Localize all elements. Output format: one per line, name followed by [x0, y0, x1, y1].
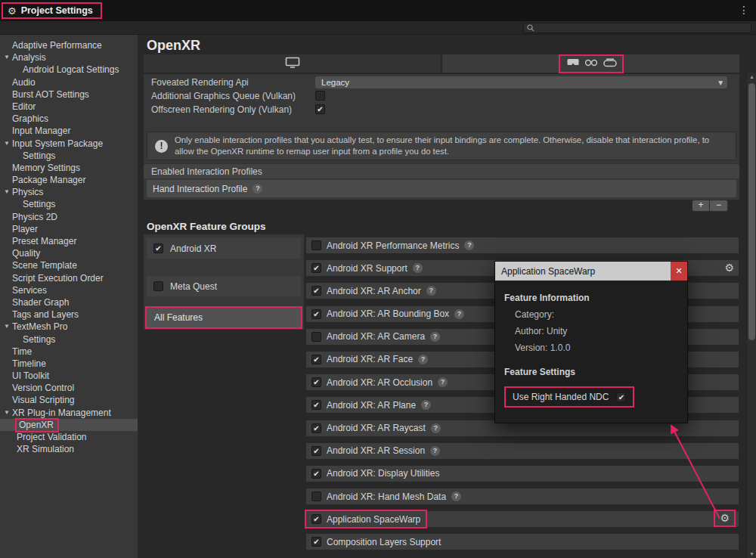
sidebar-item-xr-simulation[interactable]: XR Simulation: [0, 443, 138, 455]
help-icon[interactable]: [451, 491, 461, 501]
all-features-button[interactable]: All Features: [147, 308, 301, 327]
feature-row-android-xr-display-utilities[interactable]: Android XR: Display Utilities: [306, 466, 739, 482]
feature-gear-icon[interactable]: [724, 262, 734, 274]
feature-checkbox[interactable]: [311, 491, 321, 501]
popup-close-button[interactable]: ✕: [671, 262, 687, 281]
foldout-arrow-icon[interactable]: [4, 138, 10, 150]
help-icon[interactable]: [431, 423, 441, 433]
help-icon[interactable]: [430, 446, 440, 456]
feature-checkbox[interactable]: [311, 514, 321, 524]
sidebar-item-editor[interactable]: Editor: [0, 101, 138, 113]
foldout-arrow-icon[interactable]: [4, 186, 10, 198]
help-icon[interactable]: [464, 240, 474, 250]
sidebar-item-label: Memory Settings: [12, 163, 80, 173]
setting-checkbox[interactable]: [315, 104, 325, 114]
sidebar-item-android-logcat-settings[interactable]: Android Logcat Settings: [0, 64, 138, 76]
feature-checkbox[interactable]: [311, 537, 321, 547]
vertical-scrollbar[interactable]: [746, 73, 756, 558]
sidebar-item-script-execution-order[interactable]: Script Execution Order: [0, 272, 138, 284]
sidebar-item-memory-settings[interactable]: Memory Settings: [0, 162, 138, 174]
foldout-arrow-icon[interactable]: [4, 407, 10, 419]
foldout-arrow-icon[interactable]: [4, 321, 10, 333]
sidebar-item-project-validation[interactable]: Project Validation: [0, 431, 138, 443]
scrollbar-thumb[interactable]: [748, 83, 755, 340]
group-checkbox[interactable]: [153, 281, 163, 291]
help-icon[interactable]: [413, 263, 423, 273]
feature-checkbox[interactable]: [311, 469, 321, 479]
feature-checkbox[interactable]: [311, 286, 321, 296]
help-icon[interactable]: [454, 309, 464, 319]
sidebar-item-physics-2d[interactable]: Physics 2D: [0, 211, 138, 223]
sidebar-item-quality[interactable]: Quality: [0, 247, 138, 259]
feature-group-meta-quest[interactable]: Meta Quest: [147, 276, 301, 296]
use-right-handed-ndc-setting: Use Right Handed NDC: [504, 386, 634, 408]
help-icon[interactable]: [418, 355, 428, 364]
scroll-up-icon[interactable]: [747, 74, 756, 79]
feature-checkbox[interactable]: [311, 377, 321, 387]
dropdown-foveated-rendering-api[interactable]: Legacy: [315, 76, 727, 88]
monitor-icon: [285, 57, 300, 70]
group-checkbox[interactable]: [153, 243, 163, 253]
profile-row-hand-interaction[interactable]: Hand Interaction Profile: [147, 180, 736, 197]
sidebar-item-burst-aot-settings[interactable]: Burst AOT Settings: [0, 88, 138, 101]
sidebar-item-textmesh-pro[interactable]: TextMesh Pro: [0, 321, 138, 333]
search-input[interactable]: [537, 23, 751, 33]
feature-row-application-spacewarp[interactable]: Application SpaceWarp: [306, 511, 739, 527]
feature-checkbox[interactable]: [311, 423, 321, 433]
help-icon[interactable]: [438, 377, 448, 387]
help-icon[interactable]: [253, 184, 262, 194]
feature-checkbox[interactable]: [311, 263, 321, 273]
sidebar-item-settings[interactable]: Settings: [0, 333, 138, 346]
help-icon[interactable]: [426, 286, 436, 296]
sidebar-item-settings[interactable]: Settings: [0, 198, 138, 210]
search-field[interactable]: [523, 23, 751, 33]
sidebar-item-version-control[interactable]: Version Control: [0, 382, 138, 394]
sidebar-item-ui-toolkit[interactable]: UI Toolkit: [0, 370, 138, 382]
sidebar-item-analysis[interactable]: Analysis: [0, 51, 138, 64]
feature-checkbox[interactable]: [311, 332, 321, 342]
sidebar-item-openxr[interactable]: OpenXR: [0, 419, 138, 431]
foldout-arrow-icon[interactable]: [4, 51, 10, 64]
sidebar-item-package-manager[interactable]: Package Manager: [0, 174, 138, 186]
sidebar-item-scene-template[interactable]: Scene Template: [0, 259, 138, 271]
kebab-menu-icon[interactable]: ⋮: [739, 4, 749, 16]
feature-checkbox[interactable]: [311, 446, 321, 456]
feature-checkbox[interactable]: [311, 400, 321, 410]
sidebar-item-audio[interactable]: Audio: [0, 76, 138, 88]
sidebar-item-shader-graph[interactable]: Shader Graph: [0, 296, 138, 308]
sidebar-item-timeline[interactable]: Timeline: [0, 358, 138, 370]
feature-checkbox[interactable]: [311, 309, 321, 319]
sidebar-item-player[interactable]: Player: [0, 223, 138, 235]
feature-row-composition-layers-support[interactable]: Composition Layers Support: [306, 534, 739, 550]
sidebar-item-adaptive-performance[interactable]: Adaptive Performance: [0, 39, 138, 51]
sidebar-item-preset-manager[interactable]: Preset Manager: [0, 235, 138, 247]
sidebar-item-input-manager[interactable]: Input Manager: [0, 125, 138, 137]
feature-row-android-xr-hand-mesh-data[interactable]: Android XR: Hand Mesh Data: [306, 488, 739, 504]
sidebar-item-graphics[interactable]: Graphics: [0, 113, 138, 125]
setting-checkbox[interactable]: [315, 91, 325, 101]
sidebar-item-xr-plug-in-management[interactable]: XR Plug-in Management: [0, 407, 138, 419]
tab-xr-devices[interactable]: [442, 54, 739, 73]
sidebar-item-settings[interactable]: Settings: [0, 150, 138, 162]
sidebar-item-services[interactable]: Services: [0, 284, 138, 296]
feature-checkbox[interactable]: [311, 355, 321, 364]
scroll-down-icon[interactable]: [747, 551, 756, 556]
sidebar-item-time[interactable]: Time: [0, 346, 138, 358]
sidebar-item-visual-scripting[interactable]: Visual Scripting: [0, 394, 138, 406]
sidebar-item-label: Quality: [12, 248, 40, 259]
feature-gear-icon[interactable]: [715, 511, 734, 525]
sidebar-item-tags-and-layers[interactable]: Tags and Layers: [0, 308, 138, 321]
help-icon[interactable]: [430, 332, 440, 342]
feature-checkbox[interactable]: [311, 240, 321, 250]
tab-standalone[interactable]: [144, 54, 441, 73]
feature-row-android-xr-performance-metrics[interactable]: Android XR Performance Metrics: [306, 237, 739, 253]
sidebar-item-input-system-package[interactable]: Input System Package: [0, 138, 138, 150]
feature-row-android-xr-ar-session[interactable]: Android XR: AR Session: [306, 443, 739, 459]
remove-profile-button[interactable]: −: [710, 200, 728, 212]
sidebar-item-physics[interactable]: Physics: [0, 186, 138, 198]
feature-label: Android XR: AR Anchor: [327, 286, 421, 296]
add-profile-button[interactable]: +: [692, 200, 710, 212]
help-icon[interactable]: [421, 400, 431, 410]
ndc-checkbox[interactable]: [616, 392, 626, 402]
feature-group-android-xr[interactable]: Android XR: [147, 238, 301, 259]
